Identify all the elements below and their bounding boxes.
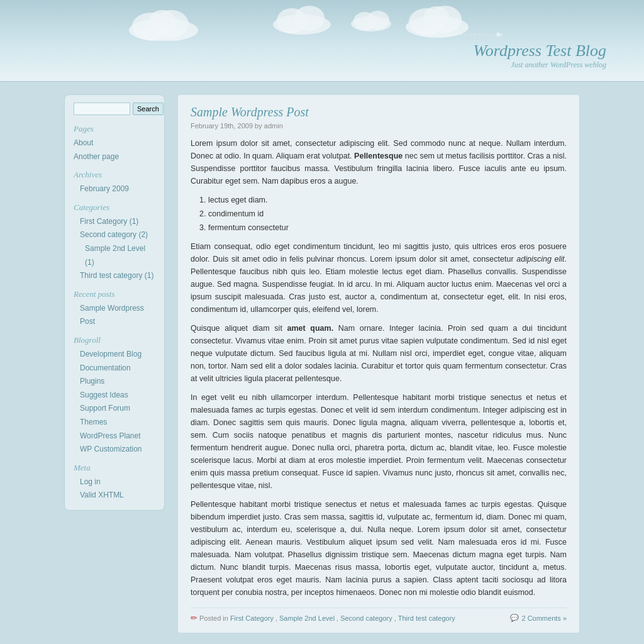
sidebar-link-login[interactable]: Log in <box>74 475 155 489</box>
sidebar-link-anotherpage[interactable]: Another page <box>74 150 155 164</box>
post-para1: Lorem ipsum dolor sit amet, consectetur … <box>191 137 567 187</box>
sidebar-link-plugins[interactable]: Plugins <box>74 375 155 389</box>
list-item-3: fermentum consectetur <box>208 221 567 234</box>
sidebar-link-thirdcat[interactable]: Third test category (1) <box>74 269 155 283</box>
post-title: Sample Wordpress Post <box>191 105 567 119</box>
sidebar-link-wpplanet[interactable]: WordPress Planet <box>74 430 155 443</box>
footer-cat-second[interactable]: Second category <box>340 614 392 622</box>
archives-section-title: Archives <box>74 170 155 180</box>
svg-point-9 <box>367 11 389 30</box>
sidebar-link-recentpost[interactable]: Sample Wordpress Post <box>74 302 155 329</box>
svg-point-13 <box>424 6 449 28</box>
categories-section-title: Categories <box>74 203 155 213</box>
post-content: Lorem ipsum dolor sit amet, consectetur … <box>191 137 567 599</box>
comments-link[interactable]: 💬 2 Comments » <box>510 614 567 622</box>
post-para3: Quisque aliquet diam sit amet quam. Nam … <box>191 322 567 385</box>
sidebar-link-devblog[interactable]: Development Blog <box>74 348 155 362</box>
post: Sample Wordpress Post February 19th, 200… <box>177 94 580 633</box>
italic-word: adipiscing elit <box>516 255 564 264</box>
svg-point-6 <box>294 6 325 31</box>
pages-section-title: Pages <box>74 124 155 134</box>
main-content: Sample Wordpress Post February 19th, 200… <box>177 94 580 633</box>
comments-count: 2 Comments » <box>521 614 567 622</box>
sidebar-link-sample2nd[interactable]: Sample 2nd Level (1) <box>74 242 155 269</box>
sidebar-link-support[interactable]: Support Forum <box>74 402 155 416</box>
pencil-icon: ✏ <box>191 613 197 623</box>
post-bold-phrase: amet quam. <box>287 324 334 333</box>
meta-section-title: Meta <box>74 463 155 473</box>
post-meta: February 19th, 2009 by admin <box>191 122 567 130</box>
search-input[interactable] <box>74 103 130 115</box>
post-footer-categories: ✏ Posted in First Category, Sample 2nd L… <box>191 613 455 623</box>
site-title: Wordpress Test Blog <box>474 42 606 60</box>
posted-in-label: Posted in <box>199 614 228 622</box>
post-list: lectus eget diam. condimentum id ferment… <box>208 194 567 234</box>
site-tagline: Just another WordPress weblog <box>474 60 606 70</box>
recentposts-section-title: Recent posts <box>74 289 155 299</box>
svg-point-3 <box>148 10 176 33</box>
post-footer: ✏ Posted in First Category, Sample 2nd L… <box>191 608 567 623</box>
comment-icon: 💬 <box>510 614 519 622</box>
sidebar-link-themes[interactable]: Themes <box>74 416 155 430</box>
site-header: Wordpress Test Blog Just another WordPre… <box>0 0 644 82</box>
post-para5: Pellentesque habitant morbi tristique se… <box>191 498 567 599</box>
svg-marker-15 <box>497 32 503 37</box>
post-para2: Etiam consequat, odio eget condimentum t… <box>191 240 567 316</box>
sidebar: Search Pages About Another page Archives… <box>64 94 165 511</box>
post-bold-word: Pellentesque <box>354 152 402 160</box>
footer-cat-first[interactable]: First Category <box>230 614 274 622</box>
footer-cat-third[interactable]: Third test category <box>398 614 455 622</box>
sidebar-link-suggest[interactable]: Suggest Ideas <box>74 389 155 402</box>
list-item-2: condimentum id <box>208 208 567 220</box>
sidebar-link-about[interactable]: About <box>74 136 155 150</box>
post-para4: In eget velit eu nibh ullamcorper interd… <box>191 391 567 492</box>
sidebar-link-feb2009[interactable]: February 2009 <box>74 182 155 196</box>
search-button[interactable]: Search <box>133 103 164 115</box>
sidebar-link-secondcat[interactable]: Second category (2) <box>74 228 155 242</box>
sidebar-link-validxhtml[interactable]: Valid XHTML <box>74 489 155 502</box>
site-title-area: Wordpress Test Blog Just another WordPre… <box>474 42 606 70</box>
sidebar-link-firstcat[interactable]: First Category (1) <box>74 215 155 229</box>
main-wrapper: Search Pages About Another page Archives… <box>58 82 586 644</box>
blogroll-section-title: Blogroll <box>74 335 155 345</box>
list-item-1: lectus eget diam. <box>208 194 567 206</box>
sidebar-link-docs[interactable]: Documentation <box>74 362 155 375</box>
footer-cat-sample2nd[interactable]: Sample 2nd Level <box>279 614 335 622</box>
sidebar-link-wpcustom[interactable]: WP Customization <box>74 443 155 457</box>
search-form: Search <box>74 103 155 115</box>
